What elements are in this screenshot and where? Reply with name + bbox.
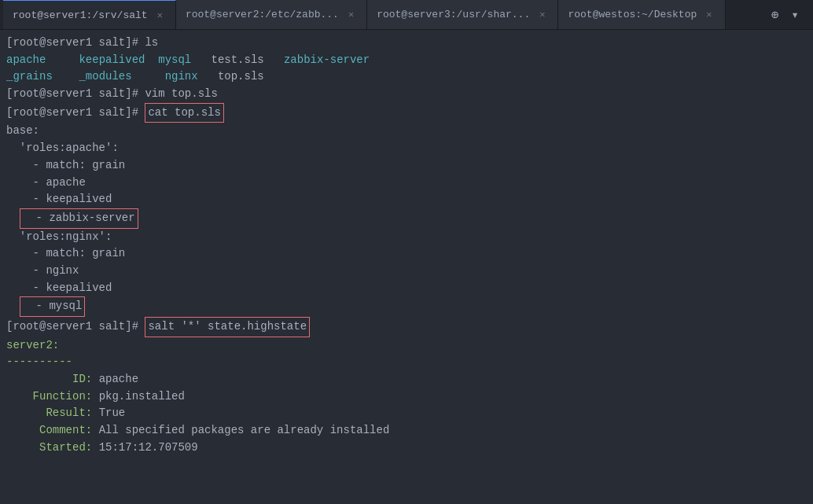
text-roles-nginx: 'roles:nginx': bbox=[6, 229, 112, 246]
ls-zabbix: zabbix-server bbox=[284, 52, 370, 69]
ls-topsls: top.sls bbox=[218, 68, 264, 86]
line-ls-output2: _grains _modules nginx top.sls bbox=[6, 68, 807, 86]
text-apache: - apache bbox=[6, 175, 86, 192]
tab-label-westos: root@westos:~/Desktop bbox=[568, 9, 697, 20]
text-function-value: pkg.installed bbox=[99, 388, 185, 406]
tab-bar-actions: ⊕ ▾ bbox=[767, 6, 810, 24]
text-match-grain-apache: - match: grain bbox=[6, 157, 125, 175]
line-match-grain-apache: - match: grain bbox=[6, 157, 807, 175]
prompt-2: [root@server1 salt]# bbox=[6, 86, 145, 103]
text-mysql: - mysql bbox=[20, 296, 86, 317]
cmd-vim: vim top.sls bbox=[145, 86, 217, 103]
text-match-grain-nginx: - match: grain bbox=[6, 245, 125, 263]
text-zabbix-prefix bbox=[6, 210, 20, 227]
tab-label-server2: root@server2:/etc/zabb... bbox=[186, 9, 339, 20]
tab-close-westos[interactable]: ✕ bbox=[703, 7, 715, 22]
tab-server1[interactable]: root@server1:/srv/salt ✕ bbox=[3, 0, 176, 29]
text-keepalived: - keepalived bbox=[6, 191, 112, 208]
line-keepalived: - keepalived bbox=[6, 191, 807, 208]
text-dashes: ---------- bbox=[6, 354, 72, 371]
ls-test: test.sls bbox=[212, 52, 264, 69]
prompt-1: [root@server1 salt]# bbox=[6, 35, 145, 52]
line-server2: server2: bbox=[6, 337, 807, 355]
line-started: Started: 15:17:12.707509 bbox=[6, 440, 807, 457]
tab-label-server3: root@server3:/usr/shar... bbox=[377, 9, 530, 20]
line-cat-cmd: [root@server1 salt]# cat top.sls bbox=[6, 103, 807, 123]
line-roles-nginx: 'roles:nginx': bbox=[6, 229, 807, 246]
line-salt-cmd: [root@server1 salt]# salt '*' state.high… bbox=[6, 317, 807, 337]
text-base: base: bbox=[6, 123, 39, 140]
ls-mysql: mysql bbox=[158, 52, 191, 69]
text-id-value: apache bbox=[99, 371, 138, 388]
line-nginx: - nginx bbox=[6, 263, 807, 280]
text-result-label: Result: bbox=[6, 405, 99, 422]
ls-apache: apache bbox=[6, 52, 46, 69]
line-function: Function: pkg.installed bbox=[6, 388, 807, 406]
tab-label-server1: root@server1:/srv/salt bbox=[13, 9, 148, 21]
terminal[interactable]: [root@server1 salt]# ls apache keepalive… bbox=[0, 30, 813, 504]
tab-close-server2[interactable]: ✕ bbox=[345, 7, 357, 22]
line-id: ID: apache bbox=[6, 371, 807, 388]
prompt-4: [root@server1 salt]# bbox=[6, 318, 145, 336]
new-tab-button[interactable]: ⊕ bbox=[767, 6, 784, 24]
line-roles-apache: 'roles:apache': bbox=[6, 140, 807, 157]
line-vim-cmd: [root@server1 salt]# vim top.sls bbox=[6, 86, 807, 103]
ls-nginx: nginx bbox=[165, 68, 198, 86]
text-started-label: Started: bbox=[6, 440, 99, 457]
line-dashes: ---------- bbox=[6, 354, 807, 371]
text-zabbix-server: - zabbix-server bbox=[20, 208, 138, 229]
line-ls-cmd: [root@server1 salt]# ls bbox=[6, 35, 807, 52]
text-id-label: ID: bbox=[6, 371, 99, 388]
line-mysql: - mysql bbox=[6, 296, 807, 317]
text-started-value: 15:17:12.707509 bbox=[99, 440, 198, 457]
tab-close-server1[interactable]: ✕ bbox=[154, 8, 166, 23]
text-server2: server2: bbox=[6, 337, 59, 355]
tab-server2[interactable]: root@server2:/etc/zabb... ✕ bbox=[176, 0, 367, 29]
tab-westos[interactable]: root@westos:~/Desktop ✕ bbox=[558, 0, 725, 29]
tab-list-button[interactable]: ▾ bbox=[786, 6, 804, 24]
line-ls-output1: apache keepalived mysql test.sls zabbix-… bbox=[6, 52, 807, 69]
text-mysql-prefix bbox=[6, 298, 20, 315]
ls-grains: _grains bbox=[6, 68, 53, 86]
tab-bar: root@server1:/srv/salt ✕ root@server2:/e… bbox=[0, 0, 813, 30]
ls-keepalived: keepalived bbox=[79, 52, 145, 69]
prompt-3: [root@server1 salt]# bbox=[6, 105, 145, 122]
line-comment: Comment: All specified packages are alre… bbox=[6, 422, 807, 440]
text-comment-value: All specified packages are already insta… bbox=[99, 422, 390, 440]
text-function-label: Function: bbox=[6, 388, 99, 406]
tab-close-server3[interactable]: ✕ bbox=[536, 7, 548, 22]
line-match-grain-nginx: - match: grain bbox=[6, 245, 807, 263]
text-result-value: True bbox=[99, 405, 126, 422]
text-nginx: - nginx bbox=[6, 263, 79, 280]
line-apache: - apache bbox=[6, 175, 807, 192]
text-roles-apache: 'roles:apache': bbox=[6, 140, 119, 157]
line-base: base: bbox=[6, 123, 807, 140]
cmd-cat: cat top.sls bbox=[145, 103, 223, 123]
tab-server3[interactable]: root@server3:/usr/shar... ✕ bbox=[367, 0, 558, 29]
text-comment-label: Comment: bbox=[6, 422, 99, 440]
ls-modules: _modules bbox=[79, 68, 131, 86]
text-keepalived2: - keepalived bbox=[6, 280, 112, 297]
line-zabbix: - zabbix-server bbox=[6, 208, 807, 229]
line-result: Result: True bbox=[6, 405, 807, 422]
line-keepalived2: - keepalived bbox=[6, 280, 807, 297]
cmd-ls: ls bbox=[145, 35, 158, 52]
cmd-salt: salt '*' state.highstate bbox=[145, 317, 310, 337]
